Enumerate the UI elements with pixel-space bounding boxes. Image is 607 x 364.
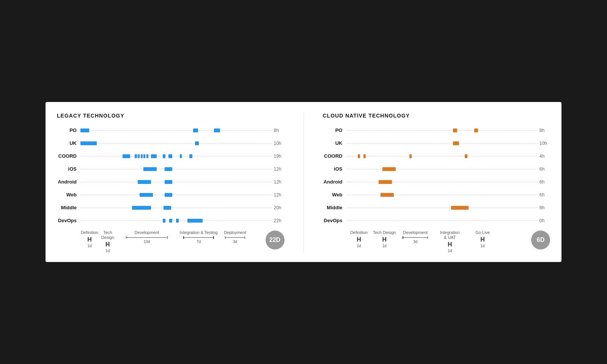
phase-days: 10d [144,240,150,244]
phase-label: Integration & UAT [440,230,460,240]
row-track [346,150,538,163]
phase-item: Development3d [397,230,434,253]
row-hours: 12h [272,179,285,185]
bracket-line [126,237,167,238]
bracket-tick-right [428,236,428,239]
phase-item: Tech DesignH1d [99,230,117,253]
phase-spacer [250,230,263,253]
row-label: PO [323,127,346,133]
phase-bracket-row: H [439,241,461,248]
row-hours: 8h [272,128,285,133]
phase-days: 1d [481,244,485,248]
chart-row: PO8h [323,124,550,137]
bar-1 [382,167,396,171]
h-symbol: H [439,241,461,248]
row-track [80,188,272,201]
row-label: DevOps [57,218,80,223]
row-label: Middle [323,205,346,210]
row-hours: 6h [537,179,550,185]
bracket-line [403,237,428,238]
row-label: Web [57,192,80,198]
two-panels: LEGACY TECHNOLOGY PO8hUK10hCOORD19hiOS12… [57,113,550,253]
phase-footer-inner: DefinitionH1dTech DesignH1dDevelopment10… [57,230,263,253]
phase-item: Integration & UATH1d [434,230,466,253]
bar-1 [358,154,360,158]
row-track [80,201,272,214]
h-symbol: H [376,236,393,243]
row-label: Web [323,192,346,198]
bar-4 [187,219,203,223]
phase-bracket-row: H [471,236,494,243]
row-track [80,176,272,188]
bar-1 [138,180,151,184]
row-hours: 8h [537,128,550,133]
bracket-line [184,237,214,238]
row-hours: 12h [272,166,285,172]
row-label: iOS [57,166,80,172]
phase-item: Deployment3d [220,230,250,253]
phase-label: Development [135,230,159,235]
dotted-line [346,195,538,195]
row-hours: 10h [537,141,550,146]
bar-2 [363,154,366,158]
cloud-footer: DefinitionH1dTech DesignH1dDevelopment3d… [323,227,550,253]
bar-10 [180,154,182,158]
bar-4 [141,154,143,158]
dotted-line [80,130,272,130]
bar-1 [163,219,166,223]
phase-label: Go Live [475,230,490,235]
bar-1 [453,129,457,132]
h-symbol: H [101,241,114,248]
phase-days: 7d [197,240,201,244]
phase-bracket-row: H [350,236,368,243]
phase-item: Development10d [117,230,177,253]
phase-bracket-row [403,236,428,239]
phase-item: DefinitionH1d [80,230,99,253]
phase-days: 1d [382,244,387,248]
h-symbol: H [471,236,494,243]
phase-label: Development [403,230,428,235]
bar-7 [151,154,157,158]
chart-row: DevOps22h [57,214,285,227]
row-label: DevOps [323,218,346,223]
row-hours: 4h [537,154,550,159]
row-track [80,163,272,176]
row-label: COORD [323,153,346,159]
row-hours: 10h [272,141,285,146]
bar-1 [80,141,97,145]
row-hours: 19h [272,154,285,159]
phase-label: Tech Design [373,230,396,235]
row-label: Middle [57,205,80,210]
phase-bracket-row: H [101,241,114,248]
dotted-line [346,130,538,130]
row-label: Android [323,179,346,185]
chart-row: UK10h [57,137,285,150]
bar-5 [143,154,145,158]
row-label: PO [57,127,80,133]
bar-6 [146,154,148,158]
row-track [346,176,538,188]
chart-row: Android12h [57,176,285,188]
chart-row: COORD4h [323,150,550,163]
cloud-total: 6D [531,231,550,249]
row-track [346,201,538,214]
chart-row: Middle20h [57,201,285,214]
chart-row: PO8h [57,124,285,137]
bar-3 [138,154,140,158]
phase-label: Tech Design [99,230,117,240]
panel-divider [304,113,304,253]
cloud-panel: CLOUD NATIVE TECHNOLOGY PO8hUK10hCOORD4h… [323,113,550,253]
dotted-line [346,182,538,182]
dotted-line [346,169,538,169]
bar-1 [132,206,151,210]
bar-1 [123,154,130,158]
main-card: LEGACY TECHNOLOGY PO8hUK10hCOORD19hiOS12… [46,102,561,262]
bar-3 [176,219,179,223]
phase-label: Deployment [224,230,246,235]
row-hours: 8h [537,205,550,210]
row-track [80,137,272,150]
chart-row: iOS6h [323,163,550,176]
bar-1 [453,141,459,145]
row-track [346,214,538,227]
dotted-line [80,182,272,182]
